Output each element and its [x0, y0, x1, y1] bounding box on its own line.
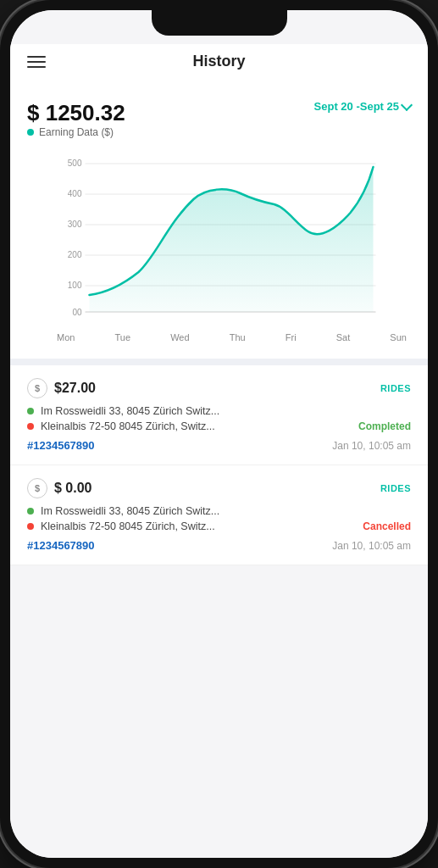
earning-dot [27, 129, 34, 136]
hamburger-menu[interactable] [27, 56, 46, 68]
page-title: History [192, 53, 245, 70]
svg-text:300: 300 [68, 220, 82, 229]
pickup-address-row: Im Rossweidli 33, 8045 Zürich Switz... [27, 405, 411, 417]
total-amount: $ 1250.32 [27, 100, 125, 126]
svg-text:00: 00 [72, 308, 82, 317]
date-range-selector[interactable]: Sept 20 -Sept 25 [314, 100, 411, 113]
x-label-fri: Fri [286, 332, 297, 342]
dollar-icon: $ [27, 478, 47, 498]
hamburger-line-2 [27, 61, 46, 63]
chevron-down-icon [401, 98, 413, 110]
screen: History $ 1250.32 Earning Data ($) Sept … [10, 10, 428, 858]
x-label-sun: Sun [390, 332, 407, 342]
chart-amount: $ 1250.32 Earning Data ($) [27, 100, 125, 151]
transaction-type-badge: RIDES [380, 483, 411, 493]
pickup-dot [27, 508, 34, 515]
chart-container: 500 400 300 200 100 00 [27, 155, 411, 350]
x-label-tue: Tue [115, 332, 131, 342]
svg-text:200: 200 [68, 250, 82, 259]
transaction-amount: $ $27.00 [27, 378, 96, 398]
svg-text:500: 500 [68, 159, 82, 168]
pickup-address: Im Rossweidli 33, 8045 Zürich Switz... [41, 505, 411, 517]
svg-text:100: 100 [68, 281, 82, 290]
transaction-amount: $ $ 0.00 [27, 478, 91, 498]
phone-frame: History $ 1250.32 Earning Data ($) Sept … [0, 0, 438, 868]
phone-inner: History $ 1250.32 Earning Data ($) Sept … [10, 10, 428, 858]
earnings-chart: 500 400 300 200 100 00 [27, 155, 411, 325]
dollar-icon: $ [27, 378, 47, 398]
transaction-card[interactable]: $ $27.00 RIDES Im Rossweidli 33, 8045 Zü… [10, 365, 428, 465]
transaction-type-badge: RIDES [380, 383, 411, 393]
transaction-list: $ $27.00 RIDES Im Rossweidli 33, 8045 Zü… [10, 365, 428, 565]
transaction-card[interactable]: $ $ 0.00 RIDES Im Rossweidli 33, 8045 Zü… [10, 465, 428, 565]
dropoff-address-row: Kleinalbis 72-50 8045 Zürich, Switz... C… [27, 420, 411, 432]
x-axis-labels: Mon Tue Wed Thu Fri Sat Sun [27, 328, 411, 342]
x-label-mon: Mon [57, 332, 75, 342]
dropoff-address: Kleinalbis 72-50 8045 Zürich, Switz... [41, 520, 356, 532]
x-label-sat: Sat [336, 332, 351, 342]
header: History [10, 44, 428, 83]
svg-text:400: 400 [68, 189, 82, 198]
x-label-thu: Thu [230, 332, 246, 342]
pickup-dot [27, 408, 34, 415]
chart-section: $ 1250.32 Earning Data ($) Sept 20 -Sept… [10, 83, 428, 359]
status-badge: Cancelled [363, 520, 411, 532]
transaction-top-row: $ $ 0.00 RIDES [27, 478, 411, 498]
transaction-time: Jan 10, 10:05 am [332, 440, 411, 452]
transaction-id[interactable]: #1234567890 [27, 439, 95, 452]
transaction-top-row: $ $27.00 RIDES [27, 378, 411, 398]
dropoff-address: Kleinalbis 72-50 8045 Zürich, Switz... [41, 420, 352, 432]
transaction-id[interactable]: #1234567890 [27, 539, 95, 552]
notch [152, 10, 287, 36]
dropoff-address-row: Kleinalbis 72-50 8045 Zürich, Switz... C… [27, 520, 411, 532]
dropoff-dot [27, 523, 34, 530]
hamburger-line-1 [27, 56, 46, 58]
x-label-wed: Wed [170, 332, 189, 342]
transaction-footer: #1234567890 Jan 10, 10:05 am [27, 439, 411, 452]
transaction-footer: #1234567890 Jan 10, 10:05 am [27, 539, 411, 552]
earning-label: Earning Data ($) [27, 126, 125, 138]
section-divider [10, 359, 428, 365]
chart-header: $ 1250.32 Earning Data ($) Sept 20 -Sept… [27, 100, 411, 151]
hamburger-line-3 [27, 66, 46, 68]
status-badge: Completed [358, 420, 411, 432]
pickup-address: Im Rossweidli 33, 8045 Zürich Switz... [41, 405, 411, 417]
dropoff-dot [27, 423, 34, 430]
pickup-address-row: Im Rossweidli 33, 8045 Zürich Switz... [27, 505, 411, 517]
transaction-time: Jan 10, 10:05 am [332, 540, 411, 552]
